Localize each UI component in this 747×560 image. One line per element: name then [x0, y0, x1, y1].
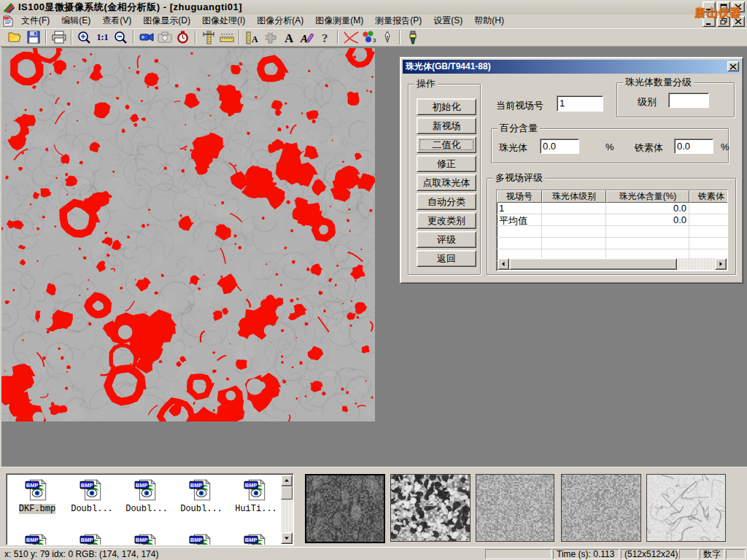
window-title: IS100显微摄像系统(金相分析版) - [zhuguangti01]: [18, 1, 242, 14]
file-item[interactable]: BMPDoubl...: [175, 478, 228, 514]
curve-tool-icon[interactable]: [341, 29, 360, 46]
thumbnail-5[interactable]: [646, 474, 726, 542]
bmp-file-icon: BMP: [80, 532, 104, 545]
photo-camera-icon[interactable]: [155, 29, 174, 46]
file-item[interactable]: BMP: [120, 532, 173, 545]
status-bar: x: 510 y: 79 idx: 0 RGB: (174, 174, 174)…: [0, 547, 747, 560]
open-icon[interactable]: [6, 29, 24, 46]
thumbnail-3[interactable]: [476, 474, 554, 542]
file-item[interactable]: BMP: [66, 532, 118, 545]
micrograph-image[interactable]: [1, 48, 375, 421]
video-camera-icon[interactable]: [137, 29, 155, 46]
init-button[interactable]: 初始化: [417, 98, 476, 115]
table-row-empty: [497, 226, 727, 238]
bmp-file-icon: BMP: [189, 478, 214, 502]
menu-image-process[interactable]: 图像处理(I): [196, 14, 251, 28]
thumbnail-2[interactable]: [390, 474, 471, 542]
table-row[interactable]: 1 0.0: [497, 203, 727, 214]
pick-pearlite-button[interactable]: 点取珠光体: [417, 174, 476, 191]
scroll-left-button[interactable]: [498, 258, 509, 270]
file-item[interactable]: BMPDoubl...: [120, 478, 173, 514]
actual-size-icon[interactable]: 1:1: [93, 29, 112, 46]
binarize-button[interactable]: 二值化: [417, 136, 476, 153]
move-icon[interactable]: [261, 29, 279, 46]
auto-classify-button[interactable]: 自动分类: [417, 193, 476, 210]
zoom-out-icon[interactable]: [112, 29, 130, 46]
grade-label: 级别: [638, 96, 657, 109]
pearlite-input[interactable]: 0.0: [540, 139, 579, 154]
file-item[interactable]: BMPDoubl...: [66, 478, 118, 514]
help-icon[interactable]: ?: [316, 29, 334, 46]
brush-icon[interactable]: [403, 29, 422, 46]
menu-settings[interactable]: 设置(S): [427, 14, 468, 28]
menu-measure-report[interactable]: 测量报告(P): [369, 14, 427, 28]
dialog-title: 珠光体(GB/T9441-88): [406, 61, 491, 73]
annotate-icon[interactable]: A: [298, 29, 316, 46]
col-field[interactable]: 视场号: [497, 190, 542, 203]
file-list-scrollbar[interactable]: [281, 475, 293, 544]
new-field-button[interactable]: 新视场: [417, 117, 476, 134]
bmp-file-icon: BMP: [80, 478, 104, 502]
ferrite-input[interactable]: 0.0: [674, 139, 713, 154]
change-class-button[interactable]: 更改类别: [417, 212, 476, 229]
print-icon[interactable]: [50, 29, 68, 46]
correct-button[interactable]: 修正: [417, 155, 476, 172]
multifield-table[interactable]: 视场号 珠光体级别 珠光体含量(%) 铁素体 1 0.0 平均值 0.0: [496, 190, 728, 271]
return-button[interactable]: 返回: [417, 250, 476, 267]
menu-edit[interactable]: 编辑(E): [55, 14, 96, 28]
hscroll-thumb[interactable]: [509, 258, 677, 270]
file-item[interactable]: BMP: [230, 532, 282, 545]
bmp-file-icon: BMP: [25, 532, 50, 545]
file-item[interactable]: BMP: [175, 532, 228, 545]
multifield-group: 多视场评级 视场号 珠光体级别 珠光体含量(%) 铁素体 1 0.0 平均值 0…: [487, 178, 736, 275]
document-icon[interactable]: [2, 15, 14, 27]
col-grade[interactable]: 珠光体级别: [542, 190, 606, 203]
dialog-close-icon: [729, 63, 737, 70]
table-row[interactable]: 平均值 0.0: [497, 214, 727, 226]
svg-text:3: 3: [373, 37, 376, 44]
svg-text:BMP: BMP: [26, 482, 39, 489]
col-ferrite[interactable]: 铁素体: [689, 190, 728, 203]
file-item[interactable]: BMPDKF.bmp: [11, 478, 63, 514]
thumbnail-1[interactable]: [305, 474, 385, 543]
col-pearlite[interactable]: 珠光体含量(%): [606, 190, 689, 203]
menu-view[interactable]: 查看(V): [96, 14, 137, 28]
dialog-close-button[interactable]: [727, 61, 739, 71]
menu-image-display[interactable]: 图像显示(D): [137, 14, 196, 28]
scroll-up-button[interactable]: [281, 475, 293, 486]
menu-bar: 文件(F) 编辑(E) 查看(V) 图像显示(D) 图像处理(I) 图像分析(A…: [0, 15, 747, 28]
count-points-icon[interactable]: 3: [360, 29, 378, 46]
menu-image-measure[interactable]: 图像测量(M): [309, 14, 369, 28]
file-list[interactable]: BMPDKF.bmpBMPDoubl...BMPDoubl...BMPDoubl…: [6, 473, 294, 545]
operation-group-label: 操作: [414, 78, 438, 89]
bmp-file-icon: BMP: [244, 532, 268, 545]
vertical-ruler-icon[interactable]: [199, 29, 217, 46]
dialog-title-bar[interactable]: 珠光体(GB/T9441-88): [403, 60, 740, 74]
current-field-label: 当前视场号: [496, 99, 543, 112]
file-item[interactable]: BMP: [11, 532, 63, 545]
calibrate-icon[interactable]: A: [243, 29, 261, 46]
thumbnail-4[interactable]: [561, 474, 641, 542]
rate-button[interactable]: 评级: [417, 231, 476, 248]
scroll-right-button[interactable]: [715, 258, 727, 270]
table-hscrollbar[interactable]: [498, 258, 727, 270]
scroll-right-icon: [718, 261, 724, 267]
menu-image-analysis[interactable]: 图像分析(A): [251, 14, 309, 28]
scroll-down-button[interactable]: [281, 532, 293, 544]
menu-help[interactable]: 帮助(H): [468, 14, 510, 28]
svg-text:BMP: BMP: [136, 537, 148, 543]
file-item[interactable]: BMPHuiTi...: [230, 478, 282, 514]
svg-text:BMP: BMP: [81, 537, 93, 543]
pen-icon[interactable]: [378, 29, 396, 46]
timer-icon[interactable]: [174, 29, 192, 46]
menu-file[interactable]: 文件(F): [15, 14, 55, 28]
table-header-row: 视场号 珠光体级别 珠光体含量(%) 铁素体: [497, 190, 727, 203]
current-field-input[interactable]: 1: [557, 96, 603, 112]
svg-text:BMP: BMP: [190, 537, 203, 543]
save-icon[interactable]: [24, 29, 42, 46]
horizontal-ruler-icon[interactable]: [217, 29, 236, 46]
grade-input[interactable]: [668, 93, 709, 108]
zoom-in-icon[interactable]: [75, 29, 93, 46]
text-icon[interactable]: A: [279, 29, 298, 46]
percent-group: 百分含量 珠光体 0.0 % 铁素体 0.0 %: [491, 128, 729, 163]
